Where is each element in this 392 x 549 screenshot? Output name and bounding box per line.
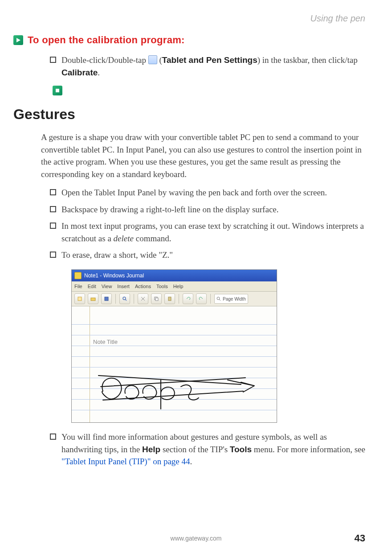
list-item: In most text input programs, you can era… (50, 220, 365, 244)
svg-rect-10 (168, 297, 171, 301)
square-bullet-icon (50, 433, 56, 440)
menu-item[interactable]: Tools (156, 284, 168, 289)
zoom-selector[interactable]: Page Width (214, 294, 248, 304)
cross-reference-link[interactable]: "Tablet Input Panel (TIP)" on page 44 (61, 457, 190, 466)
procedure-body: Double-click/Double-tap (Tablet and Pen … (41, 54, 365, 78)
page-footer: www.gateway.com 43 (27, 535, 365, 542)
bullet-text: Open the Tablet Input Panel by waving th… (61, 186, 327, 199)
step-text: Double-click/Double-tap (Tablet and Pen … (61, 54, 365, 78)
page-number: 43 (355, 532, 365, 544)
paste-button[interactable] (164, 293, 175, 304)
svg-line-12 (219, 299, 220, 301)
redo-button[interactable] (196, 293, 207, 304)
list-item: Open the Tablet Input Panel by waving th… (50, 186, 365, 199)
running-header: Using the pen (13, 13, 365, 24)
bullet-text: Backspace by drawing a right-to-left lin… (61, 203, 279, 216)
square-bullet-icon (50, 189, 56, 195)
menu-item[interactable]: Help (173, 284, 184, 289)
cut-button[interactable] (138, 293, 148, 304)
bullet-text: To erase, draw a short, wide "Z." (61, 249, 173, 261)
bullet-text: In most text input programs, you can era… (61, 220, 365, 244)
svg-rect-9 (155, 298, 158, 301)
menu-item[interactable]: Actions (135, 284, 151, 289)
procedure-end-marker (53, 86, 365, 95)
save-button[interactable] (101, 293, 112, 304)
menu-item[interactable]: Edit (88, 284, 96, 289)
journal-screenshot: Note1 - Windows Journal File Edit View I… (71, 269, 277, 423)
procedure-step: Double-click/Double-tap (Tablet and Pen … (50, 54, 365, 78)
procedure-title: To open the calibration program: (28, 34, 185, 46)
bullet-list-continued: You will find more information about ges… (41, 431, 365, 468)
play-icon (13, 35, 23, 45)
menu-bar: File Edit View Insert Actions Tools Help (72, 281, 277, 292)
separator-icon (210, 294, 211, 304)
square-bullet-icon (50, 252, 56, 258)
footer-url: www.gateway.com (171, 535, 222, 542)
menu-item[interactable]: Insert (117, 284, 130, 289)
window-titlebar: Note1 - Windows Journal (72, 270, 277, 281)
menu-item[interactable]: View (102, 284, 112, 289)
intro-paragraph: A gesture is a shape you draw with your … (41, 131, 365, 180)
copy-button[interactable] (151, 293, 162, 304)
svg-rect-2 (91, 298, 95, 301)
window-title: Note1 - Windows Journal (84, 272, 144, 279)
new-note-button[interactable] (74, 293, 85, 304)
square-bullet-icon (50, 206, 56, 212)
list-item: Backspace by drawing a right-to-left lin… (50, 203, 365, 216)
ink-scratchout (94, 360, 263, 418)
svg-rect-1 (78, 297, 82, 301)
list-item: To erase, draw a short, wide "Z." (50, 249, 365, 261)
section-heading-gestures: Gestures (13, 106, 365, 123)
tablet-settings-icon (148, 55, 157, 64)
search-button[interactable] (119, 293, 130, 304)
separator-icon (134, 294, 134, 304)
bullet-list: Open the Tablet Input Panel by waving th… (41, 186, 365, 261)
toolbar: Page Width (72, 292, 277, 306)
square-bullet-icon (50, 57, 56, 63)
svg-line-5 (125, 299, 127, 301)
rule-line (72, 324, 277, 325)
rule-line (72, 346, 277, 346)
note-title-placeholder: Note Title (93, 338, 118, 345)
page: Using the pen To open the calibration pr… (0, 0, 392, 549)
svg-marker-0 (16, 38, 20, 42)
separator-icon (179, 294, 179, 304)
open-button[interactable] (88, 293, 98, 304)
list-item: You will find more information about ges… (50, 431, 365, 468)
rule-line (72, 335, 277, 335)
stop-icon (53, 86, 62, 95)
procedure-heading: To open the calibration program: (13, 34, 365, 46)
rule-line (72, 356, 277, 357)
undo-button[interactable] (183, 293, 193, 304)
app-icon (74, 272, 82, 279)
svg-rect-3 (105, 297, 108, 301)
margin-line (90, 306, 90, 422)
menu-item[interactable]: File (74, 284, 82, 289)
journal-canvas[interactable]: Note Title (72, 306, 277, 422)
square-bullet-icon (50, 223, 56, 229)
separator-icon (115, 294, 116, 304)
bullet-text: You will find more information about ges… (61, 431, 365, 468)
